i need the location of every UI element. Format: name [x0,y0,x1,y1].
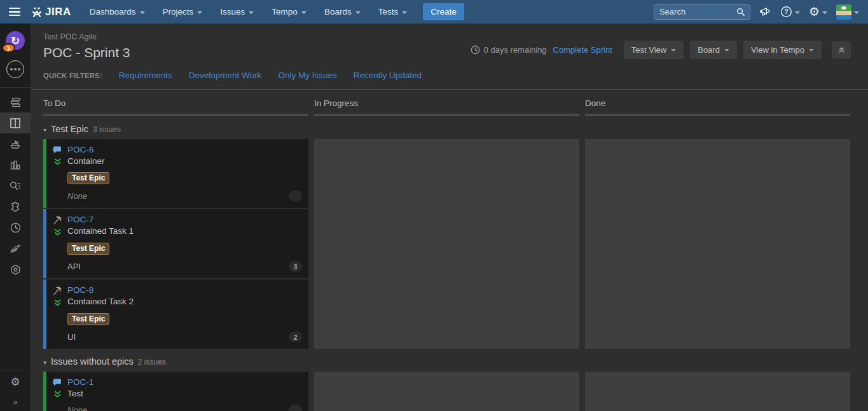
card-field-value: None [67,405,87,411]
tempo-clock-icon[interactable] [0,217,31,238]
jira-logo[interactable]: JIRA [32,6,71,18]
page-title: POC - Sprint 3 [43,45,130,60]
filter-only-my-issues[interactable]: Only My Issues [278,71,336,80]
issue-key-link[interactable]: POC-1 [67,377,93,387]
filter-development-work[interactable]: Development Work [189,71,262,80]
column-headers: To Do In Progress Done [31,90,868,116]
user-avatar-menu[interactable] [836,4,859,20]
test-view-button[interactable]: Test View [624,41,684,59]
issue-key-link[interactable]: POC-6 [67,145,105,154]
user-avatar[interactable] [836,4,851,20]
swimlane-header-no-epic[interactable]: ▾ Issues without epics 2 issues [31,349,868,372]
collapse-header-button[interactable] [832,41,851,58]
chevron-down-icon [724,49,729,51]
priority-lowest-icon [53,158,62,166]
chevron-down-icon [809,49,814,51]
menu-issues[interactable]: Issues [212,0,262,24]
priority-lowest-icon [53,228,62,236]
chevron-down-icon [795,11,800,14]
chevron-down-icon [301,11,307,14]
feather-icon[interactable] [0,238,31,259]
announcements-megaphone-icon[interactable] [759,6,771,17]
inprogress-column-dropzone[interactable] [314,139,579,349]
chevron-down-icon [854,11,859,14]
issue-type-story-icon [53,146,62,154]
epic-label-tag[interactable]: Test Epic [67,313,109,325]
backlog-icon[interactable] [0,91,31,112]
estimate-badge [289,405,302,411]
board-menu-button[interactable]: Board [690,41,737,59]
issue-key-link[interactable]: POC-7 [67,215,134,224]
issue-summary: Test [67,389,93,398]
issue-card-poc-8[interactable]: POC-8 Contained Task 2 Test Epic UI 2 [43,280,308,349]
project-sidebar: ↻ ❯ [0,24,31,411]
menu-projects[interactable]: Projects [155,0,211,24]
project-avatar[interactable]: ↻ ❯ [6,31,25,50]
swimlane-test-epic: POC-6 Container Test Epic None [31,139,868,349]
hamburger-menu-icon[interactable] [0,8,29,17]
components-hex-icon[interactable] [0,259,31,280]
issue-summary: Contained Task 1 [67,226,134,236]
breadcrumb[interactable]: Test POC Agile [43,32,130,41]
filter-requirements[interactable]: Requirements [119,71,172,80]
chevron-down-icon [249,11,254,14]
filter-recently-updated[interactable]: Recently Updated [354,71,422,80]
view-in-tempo-button[interactable]: View in Tempo [743,41,822,59]
card-field-value: API [67,262,81,271]
issue-card-poc-1[interactable]: POC-1 Test None [43,372,308,411]
menu-tempo[interactable]: Tempo [263,0,315,24]
chevron-down-icon [197,11,202,14]
quick-filters: QUICK FILTERS: Requirements Development … [31,60,868,89]
chevron-down-icon [140,11,145,14]
search-icon[interactable] [736,8,745,16]
estimate-badge [289,191,302,201]
issue-card-poc-7[interactable]: POC-7 Contained Task 1 Test Epic API 3 [43,209,308,278]
issue-card-poc-6[interactable]: POC-6 Container Test Epic None [43,139,308,208]
reports-chart-icon[interactable] [0,154,31,175]
sidebar-divider [0,87,31,88]
done-column-dropzone[interactable] [585,139,850,349]
settings-gear-icon[interactable]: ⚙ [809,6,827,18]
chevron-down-icon [822,11,827,14]
priority-lowest-icon [53,299,62,307]
addons-puzzle-icon[interactable] [0,196,31,217]
chevron-down-icon [355,11,361,14]
jira-logo-text: JIRA [45,6,71,18]
releases-ship-icon[interactable] [0,133,31,154]
help-icon[interactable]: ? [780,6,800,18]
board-settings-gear-icon[interactable]: ⚙ [10,377,20,387]
navbar-menus: Dashboards Projects Issues Tempo Boards … [81,0,415,24]
swimlane-header-test-epic[interactable]: ▾ Test Epic 3 issues [31,116,868,139]
chevron-down-icon [402,11,407,14]
inprogress-column-dropzone[interactable] [314,372,579,411]
epic-label-tag[interactable]: Test Epic [67,243,109,255]
estimate-badge: 2 [289,332,302,342]
issue-key-link[interactable]: POC-8 [67,285,134,295]
done-column-dropzone[interactable] [585,372,850,411]
complete-sprint-link[interactable]: Complete Sprint [553,45,612,55]
swimlane-no-epic: POC-1 Test None [31,372,868,411]
chevron-down-icon [671,49,676,51]
issues-search-icon[interactable] [0,175,31,196]
project-avatar-badge: ❯ [2,43,15,53]
expand-sidebar-icon[interactable]: » [13,398,17,406]
menu-dashboards[interactable]: Dashboards [81,0,153,24]
page-header: Test POC Agile POC - Sprint 3 0 days rem… [31,24,868,60]
active-sprints-board-icon[interactable] [0,112,31,133]
menu-boards[interactable]: Boards [316,0,369,24]
search-box[interactable] [654,4,750,20]
clock-icon [471,45,480,55]
sidebar-bottom: ⚙ » [0,370,31,411]
more-projects-ellipsis-icon[interactable] [6,60,24,78]
search-input[interactable] [659,7,736,17]
double-chevron-up-icon [838,46,845,53]
epic-label-tag[interactable]: Test Epic [67,172,109,184]
create-button[interactable]: Create [423,3,464,20]
column-header-done: Done [585,90,850,116]
issue-summary: Contained Task 2 [67,297,134,306]
issue-type-task-pickaxe-icon [53,286,62,295]
menu-tests[interactable]: Tests [370,0,416,24]
sprint-board: To Do In Progress Done ▾ Test Epic 3 iss… [31,89,868,411]
column-header-todo: To Do [43,90,308,116]
column-header-inprogress: In Progress [314,90,579,116]
